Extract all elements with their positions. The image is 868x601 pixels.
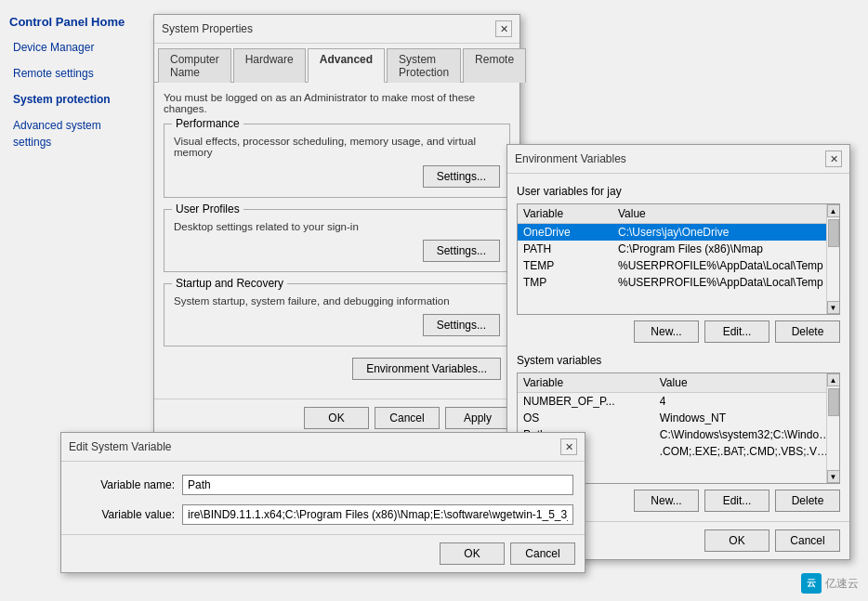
edit-var-titlebar: Edit System Variable ✕ — [61, 433, 585, 462]
scroll-down-arrow[interactable]: ▼ — [827, 470, 840, 483]
user-vars-section-title: User variables for jay — [517, 183, 840, 200]
tab-system-protection[interactable]: System Protection — [387, 48, 461, 83]
variable-value-row: Variable value: — [72, 504, 573, 525]
scroll-up-arrow[interactable]: ▲ — [827, 373, 840, 386]
env-vars-cancel-button[interactable]: Cancel — [775, 529, 840, 552]
system-properties-dialog: System Properties ✕ Computer Name Hardwa… — [153, 14, 520, 438]
sidebar-item-advanced-system[interactable]: Advanced system settings — [0, 112, 149, 155]
table-row[interactable]: TEMP %USERPROFILE%\AppData\Local\Temp — [518, 257, 839, 274]
close-icon: ✕ — [830, 153, 838, 165]
performance-group-desc: Visual effects, processor scheduling, me… — [174, 136, 500, 158]
scroll-thumb[interactable] — [828, 388, 839, 416]
user-vars-new-button[interactable]: New... — [634, 320, 699, 343]
edit-system-variable-dialog: Edit System Variable ✕ Variable name: Va… — [60, 432, 585, 573]
user-vars-table: Variable Value OneDrive C:\Users\jay\One… — [518, 204, 839, 291]
system-properties-close-button[interactable]: ✕ — [495, 20, 512, 37]
startup-recovery-group-title: Startup and Recovery — [172, 277, 287, 290]
system-var-name: NUMBER_OF_P... — [518, 393, 654, 411]
user-var-name: TMP — [518, 274, 612, 291]
system-vars-delete-button[interactable]: Delete — [775, 490, 840, 512]
sys-props-apply-button[interactable]: Apply — [445, 407, 510, 429]
variable-name-label: Variable name: — [72, 478, 175, 491]
table-row[interactable]: TMP %USERPROFILE%\AppData\Local\Temp — [518, 274, 839, 291]
user-vars-col-value: Value — [612, 204, 839, 224]
user-vars-table-scroll[interactable]: Variable Value OneDrive C:\Users\jay\One… — [518, 204, 839, 314]
user-var-value: %USERPROFILE%\AppData\Local\Temp — [612, 274, 839, 291]
scroll-down-arrow[interactable]: ▼ — [827, 301, 840, 314]
table-row[interactable]: OneDrive C:\Users\jay\OneDrive — [518, 224, 839, 242]
env-vars-titlebar: Environment Variables ✕ — [507, 145, 849, 174]
admin-notice: You must be logged on as an Administrato… — [164, 92, 510, 114]
sidebar-item-device-manager[interactable]: Device Manager — [0, 34, 149, 60]
system-vars-edit-button[interactable]: Edit... — [704, 490, 769, 512]
startup-recovery-group: Startup and Recovery System startup, sys… — [164, 283, 510, 346]
tab-hardware[interactable]: Hardware — [233, 48, 306, 83]
user-profiles-group-title: User Profiles — [172, 203, 243, 216]
variable-value-label: Variable value: — [72, 508, 175, 521]
user-profiles-group: User Profiles Desktop settings related t… — [164, 209, 510, 272]
edit-var-cancel-button[interactable]: Cancel — [510, 542, 575, 565]
watermark-logo: 云 — [801, 573, 822, 594]
user-vars-scrollbar[interactable]: ▲ ▼ — [826, 204, 839, 314]
table-row[interactable]: OS Windows_NT — [518, 410, 839, 426]
system-vars-section-title: System variables — [517, 352, 840, 369]
env-variables-button[interactable]: Environment Variables... — [352, 358, 501, 380]
user-var-value: C:\Program Files (x86)\Nmap — [612, 241, 839, 257]
variable-name-input[interactable] — [182, 475, 573, 495]
edit-var-close-button[interactable]: ✕ — [560, 438, 577, 455]
sidebar-item-remote-settings[interactable]: Remote settings — [0, 60, 149, 86]
watermark-logo-text: 云 — [807, 577, 816, 590]
env-vars-close-button[interactable]: ✕ — [825, 150, 842, 167]
user-var-name: TEMP — [518, 257, 612, 274]
user-vars-col-variable: Variable — [518, 204, 612, 224]
system-var-value: .COM;.EXE;.BAT;.CMD;.VBS;.VBE;.JS;... — [654, 443, 839, 460]
table-row[interactable]: NUMBER_OF_P... 4 — [518, 393, 839, 411]
startup-recovery-group-desc: System startup, system failure, and debu… — [174, 295, 500, 307]
system-var-name: OS — [518, 410, 654, 426]
user-vars-buttons: New... Edit... Delete — [517, 320, 840, 343]
env-vars-title: Environment Variables — [515, 152, 626, 165]
user-vars-delete-button[interactable]: Delete — [775, 320, 840, 343]
system-properties-footer: OK Cancel Apply — [154, 398, 519, 437]
table-row[interactable]: PATH C:\Program Files (x86)\Nmap — [518, 241, 839, 257]
system-var-value: 4 — [654, 393, 839, 411]
tab-remote[interactable]: Remote — [463, 48, 526, 83]
variable-value-input[interactable] — [182, 504, 573, 525]
tab-computer-name[interactable]: Computer Name — [158, 48, 231, 83]
performance-group-title: Performance — [172, 117, 243, 130]
edit-var-footer: OK Cancel — [61, 534, 585, 572]
performance-group: Performance Visual effects, processor sc… — [164, 124, 510, 198]
watermark-text: 亿速云 — [825, 576, 859, 592]
system-vars-col-value: Value — [654, 373, 839, 393]
system-vars-new-button[interactable]: New... — [634, 490, 699, 512]
sidebar-item-system-protection[interactable]: System protection — [0, 86, 149, 112]
edit-var-title: Edit System Variable — [69, 440, 172, 453]
system-properties-title: System Properties — [162, 22, 253, 35]
system-vars-scrollbar[interactable]: ▲ ▼ — [826, 373, 839, 483]
close-icon: ✕ — [565, 441, 573, 453]
watermark: 云 亿速云 — [801, 573, 859, 594]
tab-advanced-content: You must be logged on as an Administrato… — [154, 83, 519, 398]
user-vars-table-wrapper: Variable Value OneDrive C:\Users\jay\One… — [517, 203, 840, 315]
system-var-value: Windows_NT — [654, 410, 839, 426]
system-properties-tab-bar: Computer Name Hardware Advanced System P… — [154, 44, 519, 83]
system-var-value: C:\Windows\system32;C:\Windows;C:\... — [654, 426, 839, 443]
sys-props-cancel-button[interactable]: Cancel — [375, 407, 440, 429]
system-vars-col-variable: Variable — [518, 373, 654, 393]
system-properties-titlebar: System Properties ✕ — [154, 15, 519, 44]
env-vars-ok-button[interactable]: OK — [704, 529, 769, 552]
user-vars-edit-button[interactable]: Edit... — [704, 320, 769, 343]
close-icon: ✕ — [500, 23, 508, 35]
user-profiles-group-desc: Desktop settings related to your sign-in — [174, 221, 500, 232]
scroll-thumb[interactable] — [828, 219, 839, 247]
user-var-value: %USERPROFILE%\AppData\Local\Temp — [612, 257, 839, 274]
edit-var-ok-button[interactable]: OK — [440, 542, 505, 565]
sidebar-title[interactable]: Control Panel Home — [0, 9, 149, 34]
user-var-value: C:\Users\jay\OneDrive — [612, 224, 839, 242]
sys-props-ok-button[interactable]: OK — [304, 407, 369, 429]
performance-settings-button[interactable]: Settings... — [423, 165, 500, 188]
user-profiles-settings-button[interactable]: Settings... — [423, 240, 500, 262]
tab-advanced[interactable]: Advanced — [308, 48, 385, 83]
scroll-up-arrow[interactable]: ▲ — [827, 204, 840, 217]
startup-recovery-settings-button[interactable]: Settings... — [423, 314, 500, 336]
